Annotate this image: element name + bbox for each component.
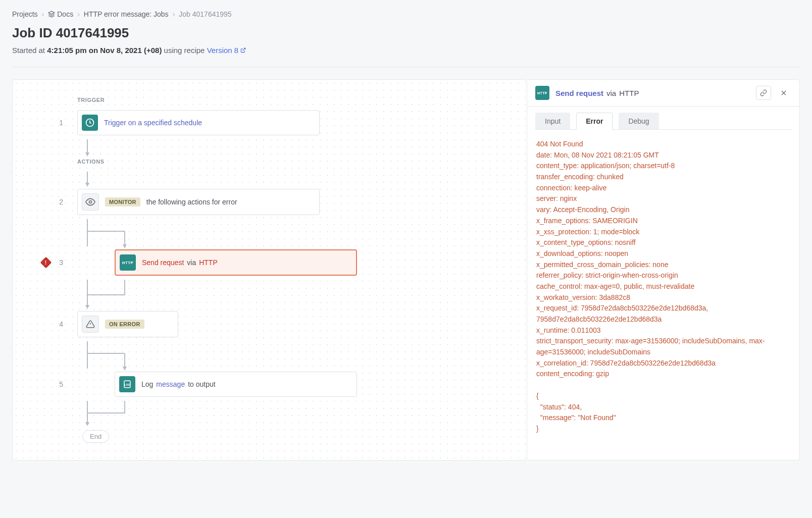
svg-marker-8 — [123, 244, 127, 248]
http-icon: HTTP — [120, 254, 136, 271]
step-log-pre: Log — [141, 380, 153, 388]
step-send-request-mid: via — [187, 258, 196, 267]
actions-section-label: ACTIONS — [77, 159, 515, 165]
step-send-request-pre: Send request — [142, 258, 184, 267]
link-icon — [760, 89, 767, 96]
svg-marker-0 — [48, 11, 55, 14]
breadcrumb: Projects › Docs › HTTP error message: Jo… — [12, 10, 800, 18]
step-monitor-label: the following actions for error — [146, 198, 237, 206]
breadcrumb-current: Job 4017641995 — [179, 10, 231, 18]
tab-input[interactable]: Input — [535, 113, 570, 130]
eye-icon — [82, 193, 99, 211]
step-log-message[interactable]: LOG Log message to output — [115, 372, 357, 397]
subline-time: 4:21:05 pm on Nov 8, 2021 (+08) — [47, 46, 162, 55]
recipe-version-link[interactable]: Version 8 — [207, 46, 246, 55]
svg-marker-15 — [85, 422, 89, 426]
svg-marker-6 — [85, 183, 89, 187]
subline-prefix: Started at — [12, 46, 47, 55]
svg-marker-9 — [85, 305, 89, 309]
flow-pane: TRIGGER 1 Trigger on a specified schedul… — [12, 79, 527, 460]
step-number: 2 — [59, 198, 63, 206]
svg-text:LOG: LOG — [124, 383, 130, 386]
svg-marker-12 — [123, 367, 127, 371]
page-title: Job ID 4017641995 — [12, 25, 800, 41]
breadcrumb-docs-label: Docs — [57, 10, 73, 18]
tab-debug[interactable]: Debug — [619, 113, 658, 130]
subline-mid: using recipe — [162, 46, 207, 55]
error-icon: ! — [40, 257, 52, 269]
breadcrumb-recipe[interactable]: HTTP error message: Jobs — [84, 10, 169, 18]
copy-link-button[interactable] — [756, 86, 771, 100]
on-error-tag: ON ERROR — [105, 320, 144, 329]
detail-title-mid: via — [606, 89, 616, 97]
breadcrumb-projects[interactable]: Projects — [12, 10, 38, 18]
tab-error[interactable]: Error — [576, 113, 613, 130]
trigger-section-label: TRIGGER — [77, 97, 515, 103]
step-trigger[interactable]: Trigger on a specified schedule — [77, 110, 320, 135]
step-log-post: to output — [188, 380, 216, 388]
detail-tabs: Input Error Debug — [527, 107, 799, 130]
step-send-request-post: HTTP — [199, 258, 218, 267]
detail-pane: HTTP Send request via HTTP Input — [527, 79, 800, 460]
log-icon: LOG — [119, 376, 135, 392]
step-log-link: message — [156, 380, 185, 388]
chevron-right-icon: › — [42, 10, 44, 18]
step-monitor[interactable]: MONITOR the following actions for error — [77, 189, 320, 215]
recipe-version-label: Version 8 — [207, 46, 239, 55]
external-link-icon — [240, 47, 246, 53]
close-button[interactable] — [776, 86, 791, 100]
stack-icon — [48, 11, 55, 18]
detail-title-post: HTTP — [619, 89, 639, 97]
chevron-right-icon: › — [77, 10, 80, 18]
step-send-request[interactable]: HTTP Send request via HTTP — [115, 249, 357, 276]
clock-icon — [82, 115, 98, 131]
http-icon: HTTP — [535, 86, 549, 100]
step-number: 4 — [59, 320, 63, 328]
step-number: 3 — [59, 258, 63, 267]
job-subline: Started at 4:21:05 pm on Nov 8, 2021 (+0… — [12, 46, 800, 55]
step-on-error[interactable]: ON ERROR — [77, 311, 178, 337]
error-output: 404 Not Found date: Mon, 08 Nov 2021 08:… — [527, 130, 799, 444]
svg-marker-4 — [85, 152, 89, 157]
step-trigger-label: Trigger on a specified schedule — [104, 119, 202, 127]
close-icon — [780, 89, 788, 97]
warning-icon — [82, 316, 99, 333]
end-pill: End — [82, 430, 109, 443]
divider — [12, 67, 800, 67]
step-number: 1 — [59, 119, 63, 127]
monitor-tag: MONITOR — [105, 197, 140, 206]
svg-point-7 — [89, 201, 92, 203]
svg-line-1 — [243, 48, 245, 50]
chevron-right-icon: › — [173, 10, 175, 18]
detail-title-pre: Send request — [555, 89, 603, 97]
breadcrumb-docs[interactable]: Docs — [48, 10, 73, 18]
step-number: 5 — [59, 380, 63, 388]
